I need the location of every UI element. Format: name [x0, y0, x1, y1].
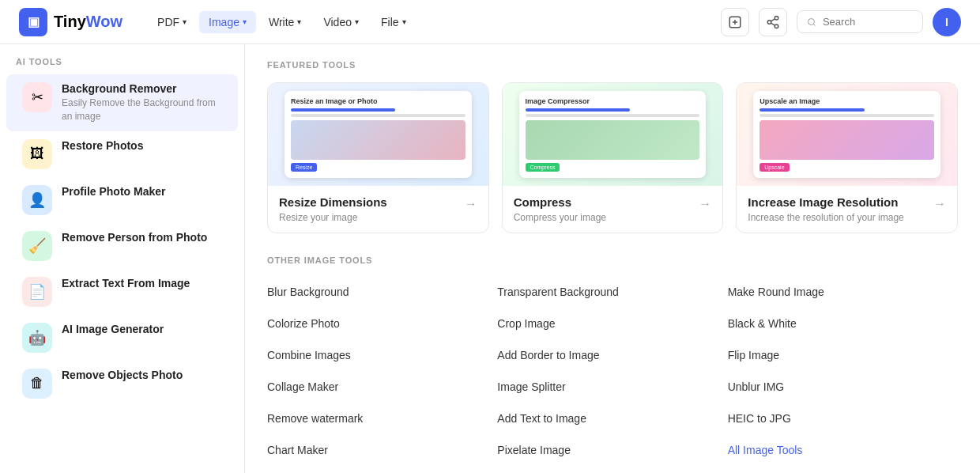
logo-icon: ▣: [19, 8, 47, 36]
tool-link[interactable]: Crop Image: [497, 309, 727, 338]
tool-link[interactable]: HEIC to JPG: [728, 404, 958, 433]
sidebar-item-remove-person[interactable]: 🧹 Remove Person from Photo: [6, 223, 238, 269]
card-mockup: Resize an Image or Photo Resize: [285, 91, 472, 178]
tool-link[interactable]: Combine Images: [267, 341, 497, 369]
tool-link[interactable]: Transparent Background: [497, 278, 727, 306]
tool-link[interactable]: All Image Tools: [728, 436, 958, 464]
logo[interactable]: ▣ TinyWow: [19, 8, 122, 36]
sidebar-section-title: AI TOOLS: [0, 57, 244, 74]
svg-line-7: [813, 24, 815, 25]
extract-text-icon: 📄: [22, 277, 52, 307]
main-nav: PDF ▾ Image ▾ Write ▾ Video ▾ File ▾: [148, 11, 415, 33]
tool-link[interactable]: Chart Maker: [267, 436, 497, 464]
nav-image[interactable]: Image ▾: [199, 11, 256, 33]
page-layout: AI TOOLS ✂ Background Remover Easily Rem…: [0, 44, 980, 473]
chevron-down-icon: ▾: [297, 17, 301, 26]
search-icon: [807, 17, 816, 28]
tool-link[interactable]: Colorize Photo: [267, 309, 497, 338]
profile-photo-icon: 👤: [22, 185, 52, 215]
featured-card-compress[interactable]: Image Compressor Compress Compress Compr…: [502, 82, 724, 233]
header: ▣ TinyWow PDF ▾ Image ▾ Write ▾ Video ▾ …: [0, 0, 980, 44]
tool-link[interactable]: Flip Image: [728, 341, 958, 369]
search-input[interactable]: [823, 16, 913, 28]
chevron-down-icon: ▾: [183, 17, 187, 26]
tool-link[interactable]: Image Splitter: [497, 373, 727, 401]
sidebar-item-restore-photos[interactable]: 🖼 Restore Photos: [6, 131, 238, 177]
search-bar[interactable]: [797, 10, 923, 33]
nav-file[interactable]: File ▾: [371, 11, 416, 33]
featured-tools-grid: Resize an Image or Photo Resize Resize D…: [267, 82, 958, 233]
featured-card-resize[interactable]: Resize an Image or Photo Resize Resize D…: [267, 82, 489, 233]
tool-link[interactable]: Black & White: [728, 309, 958, 338]
svg-point-3: [775, 25, 778, 28]
arrow-icon: →: [933, 197, 946, 211]
svg-point-6: [808, 18, 814, 25]
remove-objects-icon: 🗑: [22, 369, 52, 399]
share-icon-button[interactable]: [759, 8, 787, 36]
sidebar-item-background-remover[interactable]: ✂ Background Remover Easily Remove the B…: [6, 74, 238, 131]
remove-person-icon: 🧹: [22, 231, 52, 261]
nav-write[interactable]: Write ▾: [259, 11, 311, 33]
svg-point-2: [767, 20, 771, 24]
tool-link[interactable]: Remove watermark: [267, 404, 497, 433]
ai-image-icon: 🤖: [22, 323, 52, 353]
tool-link[interactable]: Collage Maker: [267, 373, 497, 401]
card-image-upscale: Upscale an Image Upscale: [737, 83, 957, 186]
card-mockup: Upscale an Image Upscale: [753, 91, 940, 178]
card-image-compress: Image Compressor Compress: [503, 83, 723, 186]
svg-line-5: [771, 18, 775, 21]
sidebar-item-ai-image-generator[interactable]: 🤖 AI Image Generator: [6, 315, 238, 361]
tool-link[interactable]: Pixelate Image: [497, 436, 727, 464]
sidebar-item-remove-objects[interactable]: 🗑 Remove Objects Photo: [6, 361, 238, 407]
tool-link[interactable]: Unblur IMG: [728, 373, 958, 401]
main-content: FEATURED TOOLS Resize an Image or Photo …: [245, 44, 980, 473]
chevron-down-icon: ▾: [402, 17, 406, 26]
nav-pdf[interactable]: PDF ▾: [148, 11, 196, 33]
header-right: I: [721, 8, 961, 36]
arrow-icon: →: [465, 197, 477, 211]
upload-icon-button[interactable]: [721, 8, 749, 36]
sidebar-item-extract-text[interactable]: 📄 Extract Text From Image: [6, 269, 238, 315]
restore-photos-icon: 🖼: [22, 139, 52, 169]
nav-video[interactable]: Video ▾: [314, 11, 368, 33]
chevron-down-icon: ▾: [355, 17, 359, 26]
sidebar-item-profile-photo-maker[interactable]: 👤 Profile Photo Maker: [6, 177, 238, 223]
svg-point-1: [775, 16, 778, 20]
tool-link[interactable]: Make Round Image: [728, 278, 958, 306]
tool-link[interactable]: Blur Background: [267, 278, 497, 306]
card-mockup: Image Compressor Compress: [519, 91, 707, 178]
avatar[interactable]: I: [933, 8, 961, 36]
other-tools-section-title: OTHER IMAGE TOOLS: [267, 255, 958, 265]
arrow-icon: →: [699, 197, 711, 211]
sidebar: AI TOOLS ✂ Background Remover Easily Rem…: [0, 44, 245, 473]
svg-line-4: [771, 23, 775, 25]
tool-link[interactable]: Add Border to Image: [497, 341, 727, 369]
featured-section-title: FEATURED TOOLS: [267, 60, 958, 70]
card-image-resize: Resize an Image or Photo Resize: [268, 83, 488, 186]
other-tools-grid: Blur BackgroundTransparent BackgroundMak…: [267, 278, 958, 464]
chevron-down-icon: ▾: [243, 17, 247, 26]
featured-card-upscale[interactable]: Upscale an Image Upscale Increase Image …: [736, 82, 958, 233]
background-remover-icon: ✂: [22, 82, 52, 112]
tool-link[interactable]: Add Text to Image: [497, 404, 727, 433]
logo-text: TinyWow: [54, 13, 122, 31]
